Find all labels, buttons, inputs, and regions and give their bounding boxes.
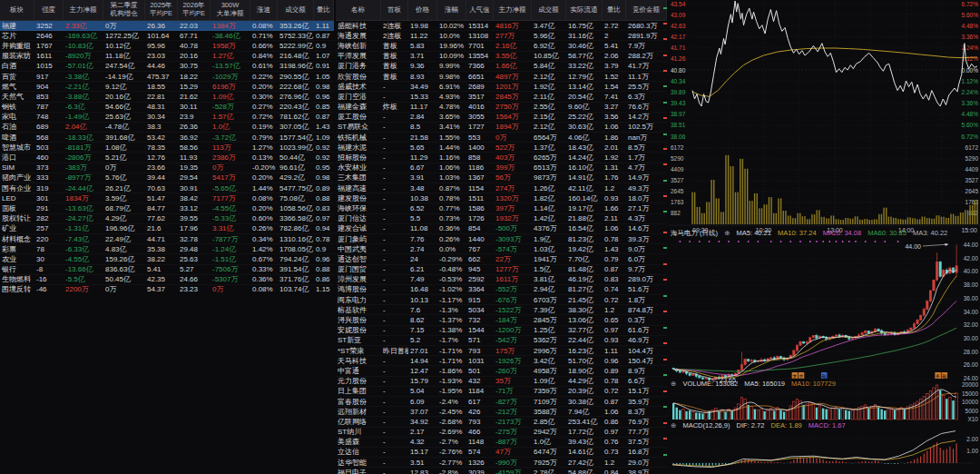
stock-row[interactable]: 建发合诚-11.080.36%854-500万4376万16.54亿1.0614… bbox=[336, 224, 667, 234]
stock-row[interactable]: 闽东电力-10.13-1.17%915-676万6703万21.45亿0.721… bbox=[336, 295, 667, 305]
stock-row[interactable]: 立达信-15.17-2.76%57447万6474万14.61亿0.7316.8… bbox=[336, 448, 667, 458]
cell: 猪肉产业 bbox=[0, 173, 34, 183]
col-header[interactable]: 板块 bbox=[0, 0, 34, 20]
sector-row[interactable]: 石油6892.04亿-4.78亿38.326.361.0亿0.19%307.05… bbox=[0, 123, 334, 133]
col-header[interactable]: 强度 bbox=[34, 0, 64, 20]
stock-row[interactable]: 海峡环保-6.520.77%1586397万1.14亿19.17亿1.6627.… bbox=[336, 203, 667, 213]
stock-row[interactable]: 厦门港务首板9.369.99%73661.66亿5.84亿33.22亿3.794… bbox=[336, 62, 667, 72]
stock-row[interactable]: 美盛森-4.32-2.7%1148-887万1.0亿39.43亿0.7637.5… bbox=[336, 438, 667, 448]
stock-row[interactable]: 海峡创新首板5.8319.96%77012.16亿6.92亿30.46亿5.41… bbox=[336, 41, 667, 51]
col-header[interactable]: 第二季度 机构增仓 bbox=[103, 0, 145, 20]
col-header[interactable]: 涨速 bbox=[250, 0, 278, 20]
stock-row[interactable]: 富春股份-6.09-2.4%617-827万7109万30.38亿0.8735.… bbox=[336, 397, 667, 407]
sector-row[interactable]: 啤酒568-18.33亿391.68亿53.4236.92-3.72亿0.79%… bbox=[0, 133, 334, 143]
sector-row[interactable]: 农业30-4.55亿159.26亿38.2225.63-1.51亿0.67%79… bbox=[0, 254, 334, 264]
sector-row[interactable]: LED3011834万3.59亿51.4738.427177万0.08%75.0… bbox=[0, 193, 334, 203]
col-header[interactable]: 成交额 bbox=[278, 0, 314, 20]
sector-row[interactable]: 燃气904-2.21亿9.12亿18.5515.296196万0.20%222.… bbox=[0, 82, 334, 92]
stock-row[interactable]: 厦门信达-5.50.73%17261932万1.42亿21.88亿2.114.3… bbox=[336, 214, 667, 224]
expand-icon[interactable]: ⊕ bbox=[671, 421, 676, 430]
sector-row[interactable]: 天然气853-3.88亿20.16亿22.8121.621.09亿0.30%27… bbox=[0, 92, 334, 102]
stock-row[interactable]: 漳州发展-7.49-0.53%25921611万3.81亿46.19亿0.832… bbox=[336, 275, 667, 285]
stock-row[interactable]: 海通发展2连板11.2210.0%13108277万5.96亿31.16亿228… bbox=[336, 31, 667, 41]
stock-row[interactable]: 铁拓机械-21.581.55%5530万6564万4.06亿1.86nan万 bbox=[336, 133, 667, 143]
stock-row[interactable]: 浔兴股份-8.62-1.37%732-184万2845万13.06亿0.650.… bbox=[336, 315, 667, 325]
stock-row[interactable]: 远翔新材-37.07-2.45%426-212万3588万7.94亿1.068.… bbox=[336, 407, 667, 417]
sector-row[interactable]: 困境反转-462200万0万54.3723.230万0.08%103.74亿1.… bbox=[0, 285, 334, 293]
col-header[interactable]: 主力净额 bbox=[64, 0, 103, 20]
stock-row[interactable]: 招标股份-11.291.16%858403万6265万14.24亿1.921.7… bbox=[336, 153, 667, 163]
cell: 373 bbox=[34, 163, 64, 172]
stock-row[interactable]: 厦门象屿-7.760.26%1440-3093万1.9亿81.23亿0.7839… bbox=[336, 234, 667, 244]
col-header[interactable]: 2026年 平均PE bbox=[178, 0, 211, 20]
col-header[interactable]: 2025年 平均PE bbox=[145, 0, 178, 20]
stock-row[interactable]: 厦门国贸-6.21-0.48%9451277万1.5亿81.48亿0.879.7… bbox=[336, 265, 667, 275]
stock-row[interactable]: 欣贺股份首板8.939.98%66514897万2.12亿12.79亿1.521… bbox=[336, 72, 667, 82]
stock-row[interactable]: 盛威技术-34.496.91%26891201万1.92亿13.14亿1.542… bbox=[336, 82, 667, 92]
stock-row[interactable]: 中富通-12.47-1.86%501-260万4958万18.90亿0.898.… bbox=[336, 366, 667, 376]
expand-icon[interactable]: ⊕ bbox=[724, 229, 730, 237]
stock-row[interactable]: 达华智能-3.51-2.77%1326-990万7925万27.42亿1.229… bbox=[336, 458, 667, 468]
stock-row[interactable]: 日上集团-5.04-1.95%1184-71万7359万20.39亿0.7215… bbox=[336, 387, 667, 397]
sector-row[interactable]: 并购重组1767-10.83亿10.12亿95.9640.781958万0.66… bbox=[0, 41, 334, 51]
stock-row[interactable]: 永安林业-6.671.06%1186399万6513万16.10亿1.314.7… bbox=[336, 163, 667, 173]
sector-row[interactable]: 面板291-13.63亿68.79亿84.7733.12-4.55亿0.20%1… bbox=[0, 203, 334, 213]
stock-row[interactable]: 厦工股份-2.843.65%30551564万2.15亿25.22亿3.5614… bbox=[336, 113, 667, 123]
sector-row[interactable]: 白酒1015-57.01亿247.54亿44.4630.75-13.57亿0.6… bbox=[0, 62, 334, 72]
sector-row[interactable]: 猪肉产业333-8977万5.76亿39.4429.545417万0.20%42… bbox=[0, 173, 334, 183]
col-header[interactable]: 涨幅 bbox=[437, 0, 466, 20]
stock-row[interactable]: 福建水泥-5.651.44%1400522万1.37亿18.43亿2.018.5… bbox=[336, 143, 667, 153]
sector-row[interactable]: 国有企业319-24.44亿26.21亿70.6330.91-5.65亿1.44… bbox=[0, 183, 334, 193]
col-header[interactable]: 竞价金额 bbox=[626, 0, 667, 20]
stock-row[interactable]: 亿联网络-34.92-2.68%793-2173万2.85亿253.41亿0.8… bbox=[336, 417, 667, 427]
stock-row[interactable]: 盛能科技2连板19.9810.02%153144816万3.47亿16.75亿2… bbox=[336, 21, 667, 31]
stock-row[interactable]: ST易联众-8.53.41%17271894万2.12亿30.63亿1.0610… bbox=[336, 123, 667, 133]
col-header[interactable]: 主力净额 bbox=[494, 0, 532, 20]
sector-row[interactable]: 股权转让282-24.27亿4.29亿77.6239.55-5.33亿0.60%… bbox=[0, 214, 334, 224]
sector-row[interactable]: 家电748-1.49亿25.63亿30.3423.91.57亿0.72%781.… bbox=[0, 113, 334, 123]
stock-row[interactable]: *ST荣康昨日首板27.01-1.71%793175万2996万16.23亿1.… bbox=[336, 346, 667, 356]
stock-row[interactable]: 平潭发展首板3.7110.09%135543.55亿10.85亿58.77亿2.… bbox=[336, 52, 667, 62]
cell: 75.08亿 bbox=[278, 193, 314, 203]
cell: 22万 bbox=[494, 254, 532, 264]
sector-row[interactable]: 服装家纺1611-8920万11.18亿23.0320.161.27亿0.84%… bbox=[0, 52, 334, 62]
col-header[interactable]: 成交额 bbox=[532, 0, 566, 20]
sector-row[interactable]: 材料概念220-7.43亿22.49亿44.7132.78-7877万0.34%… bbox=[0, 234, 334, 244]
col-header[interactable]: 人气值 bbox=[466, 0, 494, 20]
sector-row[interactable]: SIM373-383万0万23.6619.350万-0.20%96.61亿0.9… bbox=[0, 163, 334, 173]
sector-row[interactable]: 生物燃料-16-5.5亿50.45亿42.3524.66-5307万0.36%3… bbox=[0, 275, 334, 285]
stock-row[interactable]: 安妮股份-7.15-1.38%1544-1200万1.25亿32.77亿0.97… bbox=[336, 326, 667, 336]
stock-row[interactable]: ST新亚-5.2-1.7%571-542万5362万22.44亿0.9346.9… bbox=[336, 336, 667, 346]
col-header[interactable]: 量比 bbox=[314, 0, 334, 20]
stock-row[interactable]: 通达创智-24-0.29%66222万1941万7.70亿0.796.0万 bbox=[336, 254, 667, 264]
sector-row[interactable]: 彩票78-6.33亿4.83亿35.3829.48-1.24亿1.42%1708… bbox=[0, 244, 334, 254]
stock-row[interactable]: 厦门空港-15.334.93%35172845万2.11亿20.54亿7.416… bbox=[336, 92, 667, 102]
stock-row[interactable]: ST纳川-2.17-2.69%466-275万2942万17.72亿0.9777… bbox=[336, 428, 667, 438]
col-header[interactable]: 量比 bbox=[603, 0, 626, 20]
sector-row[interactable]: 智慧城市503-8181万1.08亿78.3558.56113万1.27%102… bbox=[0, 143, 334, 153]
sector-row[interactable]: 银行-8-13.66亿836.63亿5.415.27-7506万0.33%391… bbox=[0, 265, 334, 275]
expand-icon[interactable]: ⊕ bbox=[671, 380, 676, 388]
sector-row[interactable]: 芯片2646-169.63亿1272.25亿101.6467.71-38.46亿… bbox=[0, 31, 334, 41]
stock-row[interactable]: 福建金森炸板11.174.78%40162750万2.55亿9.60亿3.277… bbox=[336, 103, 667, 113]
sector-row[interactable]: 港口460-2806万5.21亿12.7611.932386万0.13%50.4… bbox=[0, 153, 334, 163]
col-header[interactable]: 300W 大单净额 bbox=[211, 0, 250, 20]
stock-row[interactable]: 三木集团-3.911.03%136756万9873万14.91亿1.7614.9… bbox=[336, 173, 667, 183]
sector-row[interactable]: 百货917-3.38亿-14.19亿475.3718.22-1029万0.22%… bbox=[0, 72, 334, 82]
stock-row[interactable]: 福日电子-12.83-2.8%3039-4159万2.78亿54.88亿0.84… bbox=[336, 468, 667, 474]
col-header[interactable]: 首板 bbox=[381, 0, 408, 20]
sector-row[interactable]: 福建32522.33亿0万26.3622.031384万0.08%353.26亿… bbox=[0, 21, 334, 31]
col-header[interactable]: 名称 bbox=[336, 0, 381, 20]
sector-row[interactable]: 矿业257-1.31亿196.96亿21.617.963.31亿0.26%782… bbox=[0, 224, 334, 234]
sector-row[interactable]: 钢铁787-6.3亿54.66亿48.3130.11-528万0.27%220.… bbox=[0, 103, 334, 113]
stock-row[interactable]: 天马科技-14.94-1.71%1031-1926万3.42亿51.70亿0.9… bbox=[336, 356, 667, 366]
stock-row[interactable]: 鸿博股份-16.48-1.02%3364-552万2.94亿81.27亿0.74… bbox=[336, 285, 667, 295]
stock-row[interactable]: 中国武夷-2.740.0%767-574万1.03亿19.42亿1.439.0万 bbox=[336, 244, 667, 254]
cell: 10.38 bbox=[408, 194, 437, 202]
col-header[interactable]: 价格 bbox=[408, 0, 437, 20]
stock-row[interactable]: 元力股份-15.79-1.93%43235万1.09亿44.29亿0.786.6… bbox=[336, 377, 667, 387]
stock-row[interactable]: 福建高速-3.480.87%1154274万1.26亿42.11亿1.249.3… bbox=[336, 183, 667, 193]
stock-row[interactable]: 榕基软件-7.6-1.3%5034-1522万7.39亿38.30亿1.2874… bbox=[336, 305, 667, 315]
col-header[interactable]: 实际流通 bbox=[566, 0, 603, 20]
stock-row[interactable]: 建发股份-10.380.78%15111320万1.82亿160.14亿0.93… bbox=[336, 193, 667, 203]
